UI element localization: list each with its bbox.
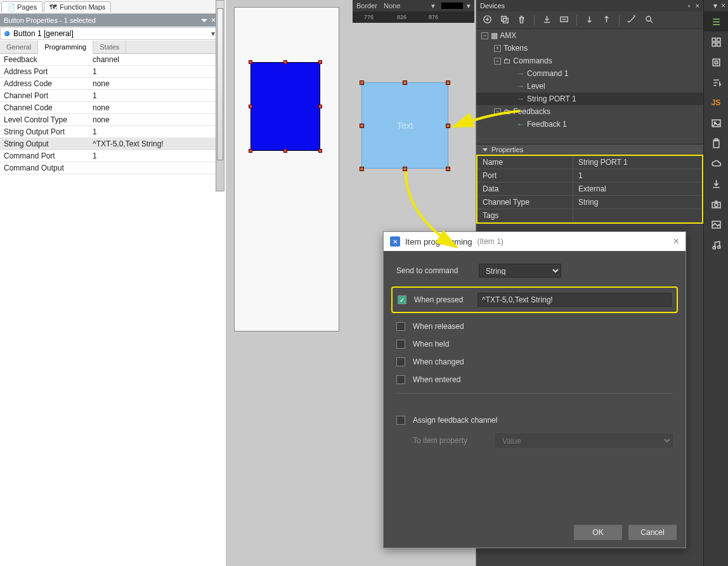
property-value[interactable]: none [89, 78, 219, 89]
handle-n[interactable] [403, 80, 407, 85]
property-value[interactable]: String [573, 196, 702, 209]
device-property-row[interactable]: DataExternal [478, 183, 702, 196]
handle-n[interactable] [283, 60, 287, 64]
tree-label[interactable]: Feedback 1 [527, 120, 567, 129]
page-preview[interactable] [234, 7, 339, 331]
tree-label[interactable]: Commands [513, 56, 552, 65]
device-property-row[interactable]: NameString PORT 1 [478, 156, 702, 169]
handle-w[interactable] [360, 124, 364, 128]
property-value[interactable]: String PORT 1 [573, 156, 702, 169]
property-value[interactable]: 1 [573, 169, 702, 182]
close-icon[interactable]: × [673, 236, 679, 247]
add-icon[interactable] [483, 15, 492, 26]
camera-icon[interactable] [704, 194, 728, 214]
handle-w[interactable] [249, 105, 252, 108]
handle-ne[interactable] [446, 80, 450, 85]
vertical-scrollbar[interactable] [216, 0, 224, 191]
collapse-icon[interactable] [201, 19, 207, 22]
tree-label[interactable]: String PORT 1 [527, 94, 576, 103]
down-icon[interactable] [585, 15, 594, 26]
property-value[interactable]: none [89, 114, 219, 125]
property-value[interactable]: ^TXT-5,0,Text String! [89, 138, 219, 150]
dialog-titlebar[interactable]: ✕ Item programming (Item 1) × [384, 232, 686, 251]
send-to-command-select[interactable]: String [479, 264, 561, 278]
delete-icon[interactable] [517, 15, 526, 26]
property-value[interactable]: 1 [89, 90, 219, 101]
blue-button-item[interactable] [250, 62, 320, 151]
expand-icon[interactable]: − [494, 58, 501, 65]
property-value[interactable] [573, 209, 702, 222]
property-value[interactable]: 1 [89, 126, 219, 138]
assign-feedback-checkbox[interactable] [396, 416, 405, 425]
expand-icon[interactable]: + [494, 45, 501, 52]
handle-sw[interactable] [360, 167, 364, 171]
device-property-row[interactable]: Port1 [478, 169, 702, 183]
handle-s[interactable] [283, 149, 287, 153]
property-row[interactable]: Feedbackchannel [0, 54, 219, 66]
property-value[interactable]: External [573, 183, 702, 195]
property-row[interactable]: Address Port1 [0, 66, 219, 78]
duplicate-icon[interactable] [500, 15, 509, 26]
cancel-button[interactable]: Cancel [628, 525, 677, 540]
property-value[interactable]: 1 [89, 150, 219, 162]
wand-icon[interactable] [627, 15, 637, 26]
border-swatch-dropdown-icon[interactable]: ▾ [467, 2, 471, 10]
download-icon[interactable] [704, 174, 728, 194]
properties-header[interactable]: Properties [476, 145, 703, 155]
property-row[interactable]: Command Port1 [0, 150, 219, 162]
expand-icon[interactable]: − [494, 108, 501, 115]
sub-tab-programming[interactable]: Programming [38, 41, 93, 54]
expand-icon[interactable]: − [481, 32, 488, 39]
sub-tab-states[interactable]: States [93, 41, 126, 53]
when-changed-checkbox[interactable] [396, 357, 405, 366]
handle-ne[interactable] [318, 60, 322, 64]
when-released-checkbox[interactable] [396, 322, 405, 331]
border-value[interactable]: None [384, 2, 400, 10]
sub-tab-general[interactable]: General [0, 41, 38, 53]
handle-s[interactable] [403, 167, 407, 171]
cloud-icon[interactable] [704, 153, 728, 174]
property-row[interactable]: String Output Port1 [0, 126, 219, 138]
image-icon[interactable] [704, 113, 728, 133]
list-view-icon[interactable] [704, 11, 728, 32]
handle-se[interactable] [318, 149, 322, 153]
button-selector-combo[interactable]: Button 1 [general] ▾ [0, 27, 219, 40]
border-color-swatch[interactable] [441, 3, 463, 9]
property-row[interactable]: Address Codenone [0, 78, 219, 90]
when-entered-checkbox[interactable] [396, 375, 405, 384]
close-icon[interactable]: × [696, 2, 699, 10]
tab-function-maps[interactable]: 🗺 Function Maps [44, 1, 111, 12]
when-pressed-checkbox[interactable]: ✓ [398, 295, 406, 304]
handle-e[interactable] [318, 105, 322, 108]
sort-icon[interactable] [704, 72, 728, 93]
tree-label[interactable]: Level [527, 82, 545, 91]
property-value[interactable]: 1 [89, 66, 219, 77]
when-pressed-input[interactable] [478, 293, 672, 307]
border-dropdown-icon[interactable]: ▾ [431, 2, 435, 10]
devices-tree[interactable]: −▦ AMX +Tokens −🗀 Commands →Command 1 →L… [476, 29, 703, 145]
property-row[interactable]: Command Output [0, 162, 219, 174]
close-icon[interactable]: × [211, 16, 216, 25]
grid-view-icon[interactable] [704, 32, 728, 52]
picture-icon[interactable] [704, 214, 728, 235]
handle-nw[interactable] [360, 80, 364, 85]
menu-chevron-icon[interactable]: ▾ [713, 1, 717, 10]
property-row[interactable]: Channel Port1 [0, 90, 219, 102]
pin-icon[interactable]: ▫ [688, 2, 691, 10]
device-property-row[interactable]: Tags [478, 209, 702, 222]
layers-icon[interactable] [704, 52, 728, 72]
tree-label[interactable]: Tokens [504, 44, 528, 53]
scan-icon[interactable] [559, 15, 569, 26]
property-row[interactable]: Level Control Typenone [0, 114, 219, 126]
handle-e[interactable] [446, 124, 450, 128]
tree-label[interactable]: Command 1 [527, 69, 568, 78]
property-value[interactable]: none [89, 102, 219, 113]
property-value[interactable] [89, 162, 219, 174]
clipboard-icon[interactable] [704, 133, 728, 153]
up-icon[interactable] [602, 15, 611, 26]
ok-button[interactable]: OK [574, 525, 622, 540]
tab-pages[interactable]: 📄 Pages [1, 1, 42, 12]
teal-text-item[interactable]: Text [361, 82, 448, 169]
when-held-checkbox[interactable] [396, 340, 405, 349]
handle-nw[interactable] [249, 60, 252, 64]
